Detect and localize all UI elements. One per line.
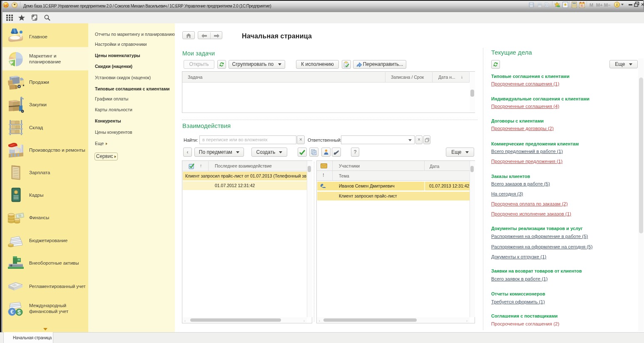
svg-text:$: $ [17, 309, 21, 315]
svg-text:€: € [10, 308, 14, 315]
svg-text:31: 31 [580, 4, 584, 7]
